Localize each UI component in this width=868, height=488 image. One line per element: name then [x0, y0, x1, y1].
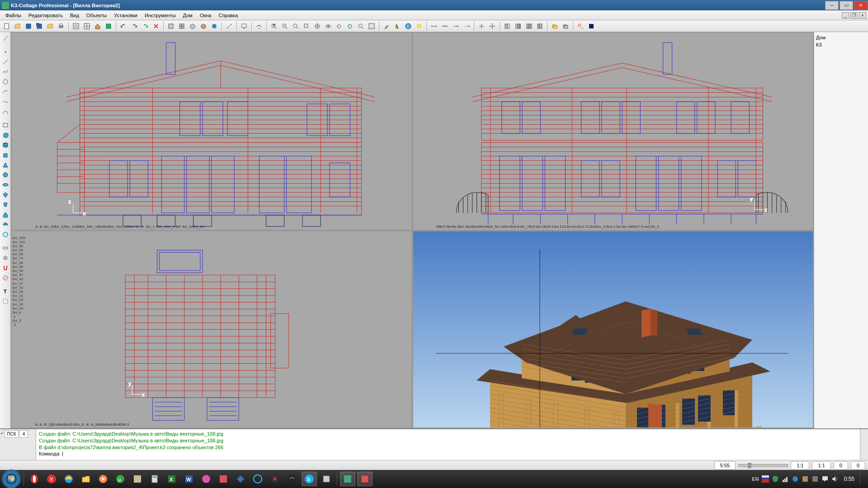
zoom-window-button[interactable]	[291, 21, 301, 31]
tray-app1-icon[interactable]	[792, 475, 799, 483]
mdi-restore-button[interactable]: ❐	[850, 12, 858, 19]
open-file-button[interactable]	[13, 21, 23, 31]
menu-view[interactable]: Вид	[66, 11, 83, 19]
color-swatch-button[interactable]	[586, 21, 596, 31]
tray-action-center-icon[interactable]	[821, 475, 829, 483]
line-tool-icon[interactable]	[1, 57, 10, 66]
status-slider[interactable]	[738, 464, 788, 467]
solid-1-icon[interactable]	[1, 190, 10, 199]
taskbar-calc-icon[interactable]	[147, 472, 162, 486]
taskbar-excel-icon[interactable]: X	[164, 472, 179, 486]
taskbar-torrent-icon[interactable]: μ	[113, 472, 128, 486]
dim-arrow-button[interactable]	[451, 21, 461, 31]
layer-2-button[interactable]	[561, 21, 571, 31]
taskbar-app5-icon[interactable]	[250, 472, 265, 486]
ucs-value[interactable]: 4	[19, 430, 28, 438]
new-file-button[interactable]	[2, 21, 12, 31]
taskbar-opera-icon[interactable]	[27, 472, 42, 486]
taskbar-app1-icon[interactable]	[130, 472, 145, 486]
show-desktop-button[interactable]	[860, 472, 863, 486]
taskbar-wmp-icon[interactable]	[95, 472, 111, 486]
rect-tool-icon[interactable]	[1, 121, 10, 130]
taskbar-explorer-icon[interactable]	[78, 472, 94, 486]
taskbar-app3-icon[interactable]	[216, 472, 231, 486]
taskbar-app2-icon[interactable]	[198, 472, 214, 486]
view-iso-button[interactable]	[188, 21, 198, 31]
tray-clock[interactable]: 0:55	[841, 476, 857, 482]
menu-windows[interactable]: Окна	[196, 11, 215, 19]
mdi-minimize-button[interactable]: _	[842, 12, 849, 19]
open-folder-button[interactable]	[45, 21, 55, 31]
box-tool-icon[interactable]	[1, 131, 10, 140]
taskbar-k3-app-icon[interactable]	[340, 472, 355, 486]
viewport-3d-render[interactable]: xyz	[413, 231, 813, 428]
cylinder-tool-icon[interactable]	[1, 141, 10, 150]
home-button[interactable]	[93, 21, 103, 31]
gear-tool-icon[interactable]	[1, 253, 10, 263]
sphere-tool-icon[interactable]	[1, 170, 10, 179]
window-close-button[interactable]: ✕	[854, 1, 868, 10]
refresh-button[interactable]	[345, 21, 355, 31]
ucs-label[interactable]: ПСК	[5, 430, 18, 438]
menu-settings[interactable]: Установки	[110, 11, 141, 19]
dim-chain-button[interactable]	[440, 21, 450, 31]
polyline-tool-icon[interactable]	[1, 67, 10, 76]
pan-button[interactable]	[312, 21, 322, 31]
dim-point-button[interactable]	[462, 21, 472, 31]
taskbar-app4-icon[interactable]	[233, 472, 248, 486]
redo-button[interactable]	[129, 21, 139, 31]
dim-horizontal-button[interactable]	[429, 21, 439, 31]
zoom-in-button[interactable]: +	[269, 21, 279, 31]
viewport-plan[interactable]: Бл_105 Бл_101 Бл_98 Бл_96 Бл_80 Бл_74 Бл…	[12, 231, 411, 428]
command-scrollbar[interactable]	[860, 429, 868, 460]
start-button[interactable]	[2, 469, 21, 488]
menu-edit[interactable]: Редактировать	[25, 11, 66, 19]
torus-tool-icon[interactable]	[1, 180, 10, 189]
cone-tool-icon[interactable]	[1, 160, 10, 169]
tray-volume-icon[interactable]	[831, 475, 839, 483]
taskbar-ie-icon[interactable]	[61, 472, 76, 486]
snap-dropdown-button[interactable]	[576, 21, 585, 31]
menu-objects[interactable]: Объекты	[83, 11, 110, 19]
info-button[interactable]: i	[403, 21, 413, 31]
grid-button[interactable]	[82, 21, 92, 31]
cap-tool-icon[interactable]	[1, 220, 10, 229]
tray-network-icon[interactable]	[782, 475, 789, 483]
orbit-button[interactable]	[323, 21, 333, 31]
snap-cross-button[interactable]	[476, 21, 486, 31]
print-button[interactable]	[56, 21, 66, 31]
fit-screen-button[interactable]	[71, 21, 81, 31]
rotate-button[interactable]	[334, 21, 344, 31]
tray-flag-icon[interactable]	[762, 475, 769, 483]
tray-lang-indicator[interactable]: EN	[752, 476, 759, 482]
text-tool-icon[interactable]: T	[1, 287, 10, 296]
pencil-line-icon[interactable]	[1, 34, 10, 43]
zoom-extents-button[interactable]	[302, 21, 311, 31]
menu-help[interactable]: Справка	[215, 11, 241, 19]
column-1-button[interactable]	[502, 21, 512, 31]
save-button[interactable]	[24, 21, 33, 31]
render-mode-button[interactable]	[209, 21, 219, 31]
window-minimize-button[interactable]: ─	[825, 1, 839, 10]
view-quad-button[interactable]	[177, 21, 187, 31]
viewport-rear-elevation[interactable]: xy 1ВБЛ.0Бл4ь.0Бл.1Бл6Бл3Бл2АБл_Бл.12Бл.…	[413, 33, 813, 230]
repeat-button[interactable]	[140, 21, 150, 31]
column-3-button[interactable]	[524, 21, 534, 31]
app-tool-button[interactable]	[104, 21, 113, 31]
taskbar-app7-icon[interactable]	[284, 472, 300, 486]
dropdown-1-button[interactable]	[239, 21, 249, 31]
column-2-button[interactable]	[513, 21, 523, 31]
column-tree-button[interactable]	[535, 21, 545, 31]
command-input-cursor[interactable]: |	[62, 451, 63, 456]
marker-button[interactable]	[392, 21, 402, 31]
curve-tool-icon[interactable]	[1, 107, 10, 116]
menu-tools[interactable]: Инструменты	[141, 11, 179, 19]
ring-tool-icon[interactable]	[1, 230, 10, 239]
taskbar-yandex-icon[interactable]: Y	[44, 472, 59, 486]
undo-button[interactable]	[118, 21, 128, 31]
solid-2-icon[interactable]	[1, 200, 10, 209]
mdi-close-button[interactable]: ×	[859, 12, 866, 19]
brush-button[interactable]	[382, 21, 392, 31]
zoom-out-button[interactable]: -	[280, 21, 290, 31]
view-front-button[interactable]	[198, 21, 208, 31]
